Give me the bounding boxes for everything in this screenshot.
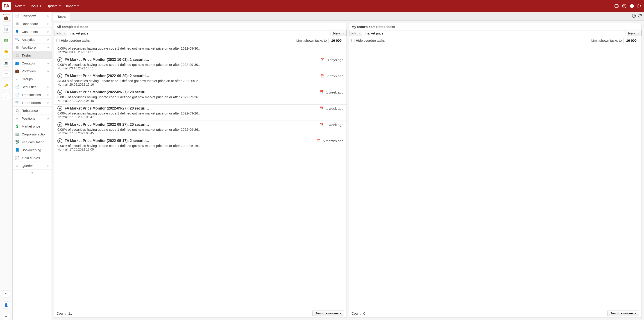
- limit-input[interactable]: [328, 38, 344, 43]
- rail-key-icon[interactable]: 🔑: [3, 82, 10, 89]
- task-row[interactable]: ▶FA Market Price Monitor (2022-09-27): 2…: [54, 105, 346, 121]
- rail-money-icon[interactable]: 💵: [3, 37, 10, 44]
- task-row[interactable]: ▶📅0.00% of securities having update code…: [54, 45, 346, 56]
- rail-laptop-icon[interactable]: 💻: [3, 59, 10, 67]
- task-list[interactable]: [349, 45, 642, 309]
- selector-dropdown[interactable]: >>>▼: [349, 30, 362, 36]
- search-input[interactable]: [363, 30, 626, 36]
- menu-label: Tools: [30, 4, 38, 8]
- menu-update[interactable]: Update▼: [46, 4, 61, 8]
- sidebar-item-overview[interactable]: 📄Overview▶: [12, 12, 52, 20]
- search-customers-button[interactable]: Search customers: [312, 310, 344, 316]
- task-description: 0.00% of securities having update code 1…: [58, 111, 344, 115]
- task-list[interactable]: ▶📅0.00% of securities having update code…: [54, 45, 346, 309]
- new-button[interactable]: New...▼: [332, 30, 346, 36]
- task-title: FA Market Price Monitor (2022-10-03): 1 …: [65, 58, 318, 62]
- top-menu: New▼ Tools▼ Update▼ Import▼: [15, 4, 79, 8]
- checkbox[interactable]: [56, 39, 60, 42]
- task-row[interactable]: ▶FA Market Price Monitor (2022-09-27): 2…: [54, 121, 346, 137]
- limit-label: Limit shown tasks to: [296, 39, 327, 42]
- task-meta: Normal, 03.10.2022 14:51: [58, 67, 344, 70]
- refresh-icon[interactable]: [638, 14, 642, 19]
- sidebar-item-corporate-action[interactable]: 🏢Corporate action: [12, 130, 52, 138]
- info-icon[interactable]: [630, 4, 634, 8]
- chevron-right-icon: ▶: [48, 101, 49, 104]
- task-age: 1 week ago: [326, 107, 344, 110]
- sidebar-icon: 📄: [15, 85, 19, 89]
- sidebar-item-bookkeeping[interactable]: 📘Bookkeeping: [12, 146, 52, 154]
- task-row[interactable]: ▶FA Market Price Monitor (2022-05-17): 2…: [54, 137, 346, 153]
- new-button[interactable]: New...▼: [627, 30, 642, 36]
- task-title: FA Market Price Monitor (2022-05-17): 2 …: [65, 139, 314, 143]
- sidebar-item-customers[interactable]: 👤Customers▶: [12, 28, 52, 36]
- sidebar-item-analytics-[interactable]: 🔍Analytics+▶: [12, 36, 52, 44]
- checkbox[interactable]: [352, 39, 354, 42]
- sidebar-item-label: Fee calculation: [22, 140, 49, 144]
- tab-tasks[interactable]: Tasks: [53, 13, 70, 21]
- sidebar-item-groups[interactable]: ↔Groups: [12, 75, 52, 83]
- sidebar-collapse[interactable]: «: [12, 170, 52, 175]
- chevron-right-icon: ▶: [48, 165, 49, 167]
- sidebar-icon: 👥: [15, 61, 19, 65]
- hide-overdue-checkbox[interactable]: Hide overdue tasks: [352, 39, 384, 42]
- sidebar-item-contacts[interactable]: 👥Contacts▶: [12, 59, 52, 67]
- sidebar-item-appstore[interactable]: ▦AppStore▶: [12, 44, 52, 51]
- search-input[interactable]: [68, 30, 331, 36]
- task-age: 5 months ago: [323, 139, 344, 143]
- calendar-icon: 📅: [316, 139, 321, 143]
- task-age: 3 days ago: [327, 58, 344, 62]
- sidebar-icon: 💼: [15, 69, 19, 73]
- task-row[interactable]: ▶FA Market Price Monitor (2022-09-29): 2…: [54, 72, 346, 88]
- rail-briefcase-icon[interactable]: 💼: [3, 14, 10, 22]
- rail-hand-icon[interactable]: 🤲: [3, 48, 10, 55]
- limit-input[interactable]: [624, 38, 639, 43]
- rail-help-icon[interactable]: ?: [3, 290, 10, 297]
- menu-label: New: [15, 4, 22, 8]
- menu-tools[interactable]: Tools▼: [30, 4, 42, 8]
- rail-gauge-icon[interactable]: ⏱: [3, 93, 10, 100]
- sidebar-item-fee-calculation[interactable]: 💱Fee calculation: [12, 138, 52, 146]
- sidebar-item-market-price[interactable]: 💲Market price: [12, 122, 52, 130]
- rail-shield-icon[interactable]: 🛡: [3, 71, 10, 78]
- chevron-right-icon: ▶: [48, 46, 49, 49]
- menu-new[interactable]: New▼: [15, 4, 25, 8]
- task-description: 0.00% of securities having update code 1…: [58, 143, 344, 148]
- sidebar-item-dashboard[interactable]: ▦Dashboard▶: [12, 20, 52, 28]
- rail-user-icon[interactable]: 👤: [3, 301, 10, 309]
- task-row[interactable]: ▶FA Market Price Monitor (2022-09-27): 2…: [54, 88, 346, 105]
- help-icon[interactable]: [622, 4, 626, 8]
- rail-exit-icon[interactable]: ↩: [3, 313, 10, 320]
- sidebar-item-tasks[interactable]: ☰Tasks: [12, 51, 52, 59]
- sidebar-item-trade-orders[interactable]: 🛒Trade orders▶: [12, 99, 52, 107]
- globe-icon[interactable]: [614, 4, 619, 8]
- selector-dropdown[interactable]: >>>▼: [54, 30, 67, 36]
- sidebar-item-transactions[interactable]: 📄Transactions▶: [12, 91, 52, 99]
- sidebar-item-positions[interactable]: ≡Positions▶: [12, 115, 52, 122]
- task-row[interactable]: ▶FA Market Price Monitor (2022-10-03): 1…: [54, 56, 346, 72]
- task-description: 0.00% of securities having update code 1…: [58, 127, 344, 131]
- sidebar-icon: 📘: [15, 148, 19, 152]
- task-meta: Normal, 27.09.2022 08:47: [58, 115, 344, 119]
- calendar-icon: 📅: [320, 74, 325, 78]
- task-description: 33.33% of securities having update code …: [58, 78, 344, 83]
- logout-icon[interactable]: [637, 4, 642, 8]
- sidebar-item-rebalance[interactable]: ⚖Rebalance: [12, 107, 52, 115]
- chevron-right-icon: ▶: [48, 31, 49, 33]
- sidebar-icon: 📈: [15, 156, 19, 160]
- search-customers-button[interactable]: Search customers: [607, 310, 639, 316]
- sidebar-item-portfolios[interactable]: 💼Portfolios▶: [12, 67, 52, 75]
- sidebar-icon: 📄: [15, 14, 19, 18]
- rail-chart-icon[interactable]: 📊: [3, 26, 10, 33]
- sidebar-item-queries[interactable]: ≣Queries▶: [12, 162, 52, 170]
- hide-overdue-checkbox[interactable]: Hide overdue tasks: [56, 39, 90, 42]
- chevron-down-icon: ▼: [63, 32, 65, 35]
- sidebar-icon: ☰: [15, 53, 19, 57]
- help-icon[interactable]: [632, 14, 636, 19]
- sidebar-item-label: Queries: [22, 164, 48, 168]
- sidebar-item-yield-curves[interactable]: 📈Yield curves: [12, 154, 52, 162]
- menu-import[interactable]: Import▼: [66, 4, 79, 8]
- calendar-icon: 📅: [319, 90, 324, 94]
- svg-point-2: [624, 7, 624, 7]
- app-logo[interactable]: FA: [2, 2, 11, 10]
- sidebar-item-securities[interactable]: 📄Securities▶: [12, 83, 52, 91]
